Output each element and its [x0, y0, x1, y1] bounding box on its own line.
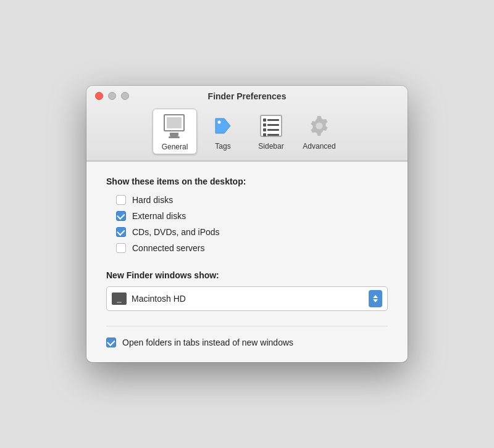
svg-point-1 [316, 122, 322, 129]
hard-disks-checkbox[interactable] [116, 195, 126, 205]
connected-servers-checkbox[interactable] [116, 243, 126, 253]
titlebar: Finder Preferences General [86, 86, 408, 161]
tags-icon [209, 112, 237, 139]
arrow-down-icon [373, 299, 378, 302]
hd-drive-icon [112, 292, 127, 305]
cds-dvds-label: CDs, DVDs, and iPods [132, 227, 220, 237]
external-disks-checkbox[interactable] [116, 211, 126, 221]
tab-general-label: General [162, 143, 188, 151]
hard-disks-label: Hard disks [132, 195, 173, 205]
cds-dvds-row[interactable]: CDs, DVDs, and iPods [116, 227, 388, 237]
window-title: Finder Preferences [95, 91, 399, 101]
open-folders-row[interactable]: Open folders in tabs instead of new wind… [106, 326, 388, 347]
svg-point-0 [218, 121, 221, 124]
open-folders-label: Open folders in tabs instead of new wind… [122, 338, 293, 347]
new-windows-label: New Finder windows show: [106, 270, 388, 280]
tab-advanced-label: Advanced [303, 142, 335, 151]
content-area: Show these items on the desktop: Hard di… [86, 161, 408, 362]
new-windows-dropdown[interactable]: Macintosh HD [106, 286, 388, 311]
dropdown-value: Macintosh HD [132, 294, 364, 304]
tab-tags-label: Tags [215, 142, 230, 151]
tab-sidebar[interactable]: Sidebar [249, 109, 293, 154]
advanced-icon [306, 112, 333, 139]
connected-servers-row[interactable]: Connected servers [116, 243, 388, 253]
external-disks-label: External disks [132, 211, 186, 221]
toolbar: General Tags [153, 109, 341, 160]
open-folders-checkbox[interactable] [106, 338, 116, 347]
connected-servers-label: Connected servers [132, 243, 205, 253]
new-windows-section: New Finder windows show: Macintosh HD [106, 270, 388, 311]
hard-disks-row[interactable]: Hard disks [116, 195, 388, 205]
tab-sidebar-label: Sidebar [258, 142, 283, 151]
external-disks-row[interactable]: External disks [116, 211, 388, 221]
tab-tags[interactable]: Tags [201, 109, 245, 154]
arrow-up-icon [373, 295, 378, 298]
tab-advanced[interactable]: Advanced [297, 109, 341, 154]
tab-general[interactable]: General [153, 109, 197, 154]
sidebar-icon [257, 112, 285, 139]
desktop-section-label: Show these items on the desktop: [106, 176, 388, 186]
desktop-items-group: Hard disks External disks CDs, DVDs, and… [116, 195, 388, 253]
general-icon [161, 113, 188, 140]
dropdown-arrows-button[interactable] [369, 290, 382, 307]
finder-preferences-window: Finder Preferences General [86, 86, 408, 362]
cds-dvds-checkbox[interactable] [116, 227, 126, 237]
